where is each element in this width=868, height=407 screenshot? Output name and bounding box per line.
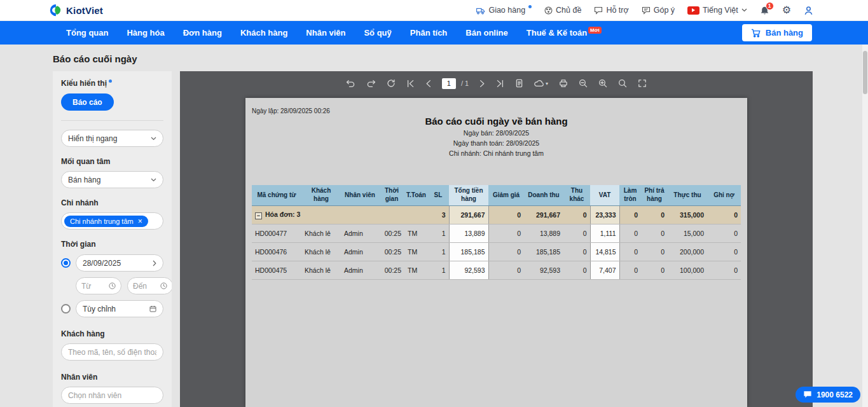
time-to-input[interactable] — [133, 282, 158, 291]
custom-range-select[interactable]: Tùy chỉnh — [76, 300, 163, 317]
nav-item-label: Tổng quan — [66, 28, 108, 38]
summary-cell: 0 — [488, 205, 524, 224]
nav-item-3[interactable]: Khách hàng — [240, 28, 287, 38]
theme-icon — [544, 6, 553, 15]
branch-tag-label: Chi nhánh trung tâm — [70, 217, 134, 225]
account-button[interactable] — [804, 6, 813, 15]
topbar-item-label: Chủ đề — [556, 6, 581, 15]
cell: 13,889 — [524, 224, 563, 242]
search-icon[interactable] — [618, 79, 627, 88]
cloud-download-icon[interactable]: ▾ — [534, 79, 548, 87]
cell: 00:25 — [379, 224, 404, 242]
col-header: VAT — [590, 185, 619, 205]
report-type-button[interactable]: Báo cáo — [61, 93, 114, 111]
cell: 100,000 — [668, 261, 707, 279]
summary-cell: 0 — [563, 205, 590, 224]
time-label: Thời gian — [61, 240, 163, 249]
page-total-label: / 1 — [461, 79, 469, 87]
settings-button[interactable]: ⚙ — [782, 5, 791, 15]
concern-select[interactable]: Bán hàng — [61, 171, 163, 188]
redo-icon[interactable] — [366, 79, 376, 88]
previous-page-icon[interactable] — [425, 79, 431, 88]
cell: 92,593 — [524, 261, 563, 279]
main-nav: Tổng quanHàng hóaĐơn hàngKhách hàngNhân … — [0, 21, 868, 45]
topbar-item-delivery[interactable]: Giao hàng — [476, 6, 532, 15]
date-radio[interactable] — [61, 258, 71, 268]
notifications-button[interactable]: 1 — [760, 6, 769, 15]
cell: TM — [404, 242, 427, 261]
nav-item-4[interactable]: Nhân viên — [306, 28, 345, 38]
undo-icon[interactable] — [346, 79, 355, 88]
cell: TM — [404, 261, 427, 279]
cell: 0 — [641, 261, 668, 279]
nav-item-6[interactable]: Phân tích — [410, 28, 448, 38]
chevron-down-icon — [151, 178, 156, 182]
date-select[interactable]: 28/09/2025 — [76, 254, 163, 272]
filter-sidebar: Kiểu hiển thị Báo cáo Hiển thị ngang Mối… — [53, 71, 172, 407]
last-page-icon[interactable] — [496, 79, 504, 88]
customer-search-input[interactable] — [68, 348, 156, 357]
fullscreen-icon[interactable] — [638, 79, 647, 88]
invoice-link[interactable]: HD000475 — [252, 261, 301, 279]
page-number-input[interactable]: 1 — [442, 78, 456, 89]
report-created-label: Ngày lập: 28/09/2025 00:26 — [252, 107, 741, 114]
col-header: Làm tròn — [619, 185, 641, 205]
cell: 1 — [427, 242, 449, 261]
remove-tag-icon[interactable]: × — [138, 217, 142, 225]
language-label: Tiếng Việt — [703, 6, 738, 15]
time-from-field[interactable] — [76, 277, 121, 294]
export-document-icon[interactable] — [515, 79, 523, 88]
nav-item-8[interactable]: Thuế & Kế toánMới — [527, 28, 602, 38]
staff-select-input[interactable] — [68, 391, 156, 400]
cell: 0 — [563, 242, 590, 261]
col-header: Tổng tiền hàng — [449, 185, 488, 205]
next-page-icon[interactable] — [479, 79, 485, 88]
summary-cell: 0 — [707, 205, 741, 224]
print-icon[interactable] — [559, 79, 568, 88]
page-scrollbar[interactable] — [862, 45, 868, 407]
topbar-item-theme[interactable]: Chủ đề — [544, 6, 581, 15]
sell-button[interactable]: Bán hàng — [742, 24, 812, 41]
nav-item-7[interactable]: Bán online — [465, 28, 507, 38]
first-page-icon[interactable] — [406, 79, 415, 88]
col-header: Doanh thu — [524, 185, 563, 205]
support-icon — [594, 6, 603, 15]
custom-range-radio[interactable] — [61, 304, 71, 314]
table-row: HD000476Khách lẻAdmin00:25TM1185,1850185… — [252, 242, 741, 261]
nav-item-2[interactable]: Đơn hàng — [183, 28, 222, 38]
summary-cell: 0 — [641, 205, 668, 224]
time-from-input[interactable] — [81, 282, 107, 291]
time-to-field[interactable] — [127, 277, 172, 294]
support-chat-button[interactable]: 1900 6522 — [796, 387, 860, 403]
display-type-label: Kiểu hiển thị — [61, 79, 163, 88]
invoice-link[interactable]: HD000477 — [252, 224, 301, 242]
topbar-item-support[interactable]: Hỗ trợ — [594, 6, 628, 15]
collapse-icon[interactable]: − — [255, 212, 262, 219]
cell: 13,889 — [449, 224, 488, 242]
refresh-icon[interactable] — [387, 79, 396, 88]
language-selector[interactable]: Tiếng Việt — [687, 6, 747, 15]
nav-item-label: Nhân viên — [306, 28, 345, 38]
zoom-out-icon[interactable] — [579, 79, 588, 88]
nav-item-1[interactable]: Hàng hóa — [127, 28, 164, 38]
report-branch: Chi nhánh: Chi nhánh trung tâm — [252, 149, 741, 157]
nav-item-5[interactable]: Sổ quỹ — [364, 28, 391, 38]
cell: 1 — [427, 261, 449, 279]
topbar-item-label: Góp ý — [654, 6, 675, 15]
branch-input[interactable]: Chi nhánh trung tâm × — [61, 212, 163, 230]
customer-search-field[interactable] — [61, 343, 163, 361]
zoom-in-icon[interactable] — [598, 79, 607, 88]
col-header: Thực thu — [668, 185, 707, 205]
brand[interactable]: KiotViet — [48, 3, 103, 17]
invoice-link[interactable]: HD000476 — [252, 242, 301, 261]
topbar-item-feedback[interactable]: Góp ý — [642, 6, 675, 15]
scrollbar-thumb[interactable] — [863, 51, 867, 94]
chevron-right-icon — [153, 260, 156, 266]
content: Báo cáo cuối ngày Kiểu hiển thị Báo cáo … — [0, 45, 868, 407]
col-header: Nhân viên — [341, 185, 379, 205]
staff-select-field[interactable] — [61, 387, 163, 404]
kiotviet-logo-icon — [48, 3, 62, 17]
orientation-select[interactable]: Hiển thị ngang — [61, 130, 163, 147]
summary-cell: 0 — [619, 205, 641, 224]
nav-item-0[interactable]: Tổng quan — [66, 28, 108, 38]
